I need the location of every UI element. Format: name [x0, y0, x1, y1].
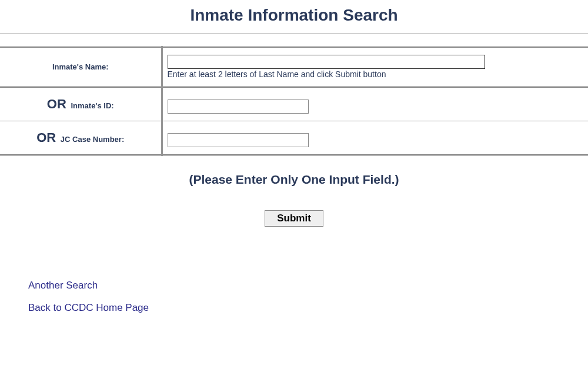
search-form-table: Inmate's Name: Enter at least 2 letters …: [0, 46, 588, 156]
form-instruction: (Please Enter Only One Input Field.): [0, 173, 588, 187]
label-cell-id: OR Inmate's ID:: [0, 87, 162, 121]
row-inmate-id: OR Inmate's ID:: [0, 87, 588, 121]
title-divider: [0, 34, 588, 34]
back-home-link[interactable]: Back to CCDC Home Page: [28, 302, 588, 314]
or-text-id: OR: [47, 97, 66, 111]
submit-wrap: Submit: [0, 210, 588, 227]
another-search-link[interactable]: Another Search: [28, 280, 588, 291]
row-jc-case: OR JC Case Number:: [0, 121, 588, 155]
inmate-id-input[interactable]: [168, 100, 309, 114]
page-title: Inmate Information Search: [0, 6, 588, 25]
inmate-name-hint: Enter at least 2 letters of Last Name an…: [168, 69, 584, 79]
input-cell-name: Enter at least 2 letters of Last Name an…: [162, 47, 588, 87]
inmate-id-label: Inmate's ID:: [69, 101, 114, 110]
jc-case-label: JC Case Number:: [58, 135, 124, 144]
label-cell-case: OR JC Case Number:: [0, 121, 162, 155]
submit-button[interactable]: Submit: [265, 210, 323, 227]
input-cell-case: [162, 121, 588, 155]
label-cell-name: Inmate's Name:: [0, 47, 162, 87]
input-cell-id: [162, 87, 588, 121]
row-inmate-name: Inmate's Name: Enter at least 2 letters …: [0, 47, 588, 87]
or-text-case: OR: [36, 130, 56, 145]
jc-case-input[interactable]: [168, 133, 309, 147]
inmate-name-label: Inmate's Name:: [52, 62, 109, 71]
inmate-name-input[interactable]: [168, 55, 485, 69]
footer-links: Another Search Back to CCDC Home Page: [0, 280, 588, 314]
